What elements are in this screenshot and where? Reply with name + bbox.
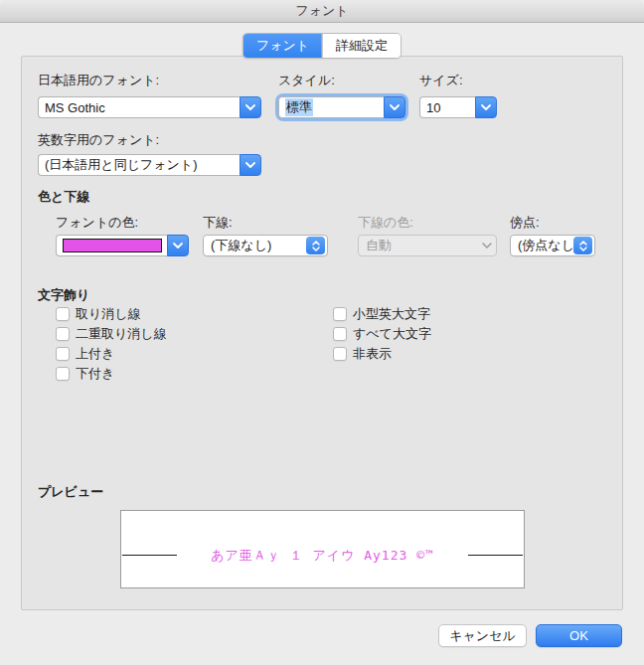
- tab-bar: フォント 詳細設定: [242, 33, 402, 59]
- jp-font-dropdown-button[interactable]: [240, 96, 261, 118]
- jp-font-label: 日本語用のフォント:: [38, 72, 159, 89]
- font-color-well: [56, 235, 189, 256]
- underline-label: 下線:: [203, 214, 233, 232]
- underline-popup[interactable]: (下線なし): [203, 235, 328, 256]
- font-color-label: フォントの色:: [56, 214, 138, 232]
- size-input[interactable]: 10: [419, 96, 475, 118]
- checkbox-label: すべて大文字: [353, 325, 431, 343]
- superscript-checkbox[interactable]: [56, 347, 70, 361]
- subscript-checkbox[interactable]: [56, 367, 70, 381]
- selected-text: 標準: [285, 98, 313, 116]
- emphasis-mark-value: (傍点なし): [511, 237, 573, 254]
- window-title: フォント: [295, 2, 348, 20]
- style-input[interactable]: 標準: [278, 96, 384, 118]
- preview-box: あア亜Ａｙ １ アイウ Ay123 ©™: [120, 510, 525, 588]
- checkbox-label: 上付き: [76, 345, 114, 363]
- tab-font[interactable]: フォント: [243, 34, 322, 58]
- chevron-down-icon: [245, 162, 255, 169]
- style-dropdown-button[interactable]: [384, 96, 405, 118]
- double-strikethrough-checkbox[interactable]: [56, 327, 70, 341]
- chevron-down-icon: [173, 243, 183, 249]
- preview-heading: プレビュー: [38, 483, 103, 501]
- checkbox-row: 非表示: [333, 346, 392, 362]
- checkbox-row: 下付き: [56, 366, 114, 382]
- font-color-swatch: [63, 239, 162, 252]
- underline-color-value: 自動: [359, 237, 477, 254]
- jp-font-input[interactable]: MS Gothic: [38, 96, 240, 118]
- size-label: サイズ:: [419, 72, 463, 89]
- emphasis-mark-label: 傍点:: [510, 214, 540, 232]
- style-label: スタイル:: [278, 72, 335, 89]
- chevron-down-icon: [390, 104, 400, 111]
- checkbox-row: 二重取り消し線: [56, 326, 167, 342]
- underline-color-label: 下線の色:: [358, 214, 413, 232]
- style-combo: 標準: [278, 96, 405, 118]
- underline-color-popup: 自動: [358, 235, 497, 256]
- font-color-field[interactable]: [56, 235, 167, 256]
- checkbox-row: 小型英大文字: [333, 306, 430, 322]
- effects-heading: 文字飾り: [38, 286, 89, 304]
- font-color-dropdown-button[interactable]: [167, 235, 189, 256]
- size-combo: 10: [419, 96, 497, 118]
- tab-advanced[interactable]: 詳細設定: [322, 34, 401, 58]
- jp-font-combo: MS Gothic: [38, 96, 261, 118]
- cancel-button[interactable]: キャンセル: [438, 624, 527, 647]
- underline-value: (下線なし): [204, 237, 306, 254]
- checkbox-row: 上付き: [56, 346, 114, 362]
- preview-text: あア亜Ａｙ １ アイウ Ay123 ©™: [121, 547, 524, 565]
- checkbox-label: 非表示: [353, 345, 392, 363]
- ok-button[interactable]: OK: [536, 624, 622, 647]
- latin-font-dropdown-button[interactable]: [240, 154, 261, 176]
- chevron-down-icon: [481, 104, 491, 111]
- latin-font-label: 英数字用のフォント:: [38, 131, 159, 149]
- checkbox-label: 下付き: [76, 365, 114, 383]
- color-underline-heading: 色と下線: [38, 188, 89, 206]
- window-titlebar: フォント: [0, 0, 644, 23]
- strikethrough-checkbox[interactable]: [56, 307, 70, 321]
- all-caps-checkbox[interactable]: [333, 327, 347, 341]
- chevron-up-down-icon: [306, 237, 325, 254]
- hidden-checkbox[interactable]: [333, 347, 347, 361]
- checkbox-label: 小型英大文字: [353, 305, 430, 323]
- small-caps-checkbox[interactable]: [333, 307, 347, 321]
- checkbox-row: 取り消し線: [56, 306, 141, 322]
- checkbox-label: 取り消し線: [76, 305, 141, 323]
- chevron-down-icon: [245, 104, 255, 111]
- latin-font-input[interactable]: (日本語用と同じフォント): [38, 154, 240, 176]
- size-dropdown-button[interactable]: [475, 96, 497, 118]
- chevron-up-down-icon: [573, 237, 592, 254]
- latin-font-combo: (日本語用と同じフォント): [38, 154, 261, 176]
- emphasis-mark-popup[interactable]: (傍点なし): [510, 235, 595, 256]
- checkbox-label: 二重取り消し線: [76, 325, 167, 343]
- chevron-down-icon: [477, 243, 496, 249]
- checkbox-row: すべて大文字: [333, 326, 431, 342]
